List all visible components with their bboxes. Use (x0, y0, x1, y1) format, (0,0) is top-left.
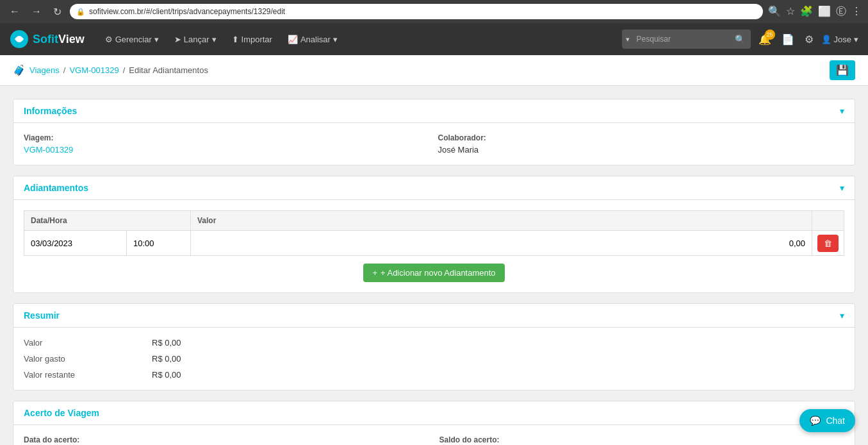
main-content: Informações ▾ Viagem: VGM-001329 Colabor… (0, 86, 868, 445)
resumir-body: Valor R$ 0,00 Valor gasto R$ 0,00 Valor … (13, 328, 855, 390)
nav-lancar[interactable]: ➤ Lançar ▾ (167, 23, 224, 55)
chevron-gerenciar-icon: ▾ (154, 35, 159, 44)
app-header: SofitView ⚙ Gerenciar ▾ ➤ Lançar ▾ ⬆ Imp… (0, 23, 868, 55)
colaborador-info: Colaborador: José Maria (438, 133, 845, 155)
colaborador-value: José Maria (438, 145, 479, 155)
resumir-valor-value: R$ 0,00 (152, 338, 181, 348)
viagem-label: Viagem: (24, 133, 430, 142)
resumir-valor-gasto-label: Valor gasto (24, 354, 152, 364)
adiantamentos-chevron-icon: ▾ (840, 183, 844, 193)
reload-button[interactable]: ↻ (50, 4, 65, 19)
notification-button[interactable]: 🔔 25 (756, 31, 774, 48)
breadcrumb-bar: 🧳 Viagens / VGM-001329 / Editar Adiantam… (0, 55, 868, 86)
resumir-valor-restante-label: Valor restante (24, 370, 152, 380)
resumir-valor-restante-value: R$ 0,00 (152, 370, 181, 380)
nav-analisar-label: Analisar (300, 35, 331, 44)
save-button[interactable]: 💾 (830, 60, 855, 80)
search-input[interactable] (634, 35, 730, 44)
logo-text: SofitView (33, 33, 85, 46)
adiantamentos-body: Data/Hora Valor (13, 200, 855, 292)
nav-gerenciar[interactable]: ⚙ Gerenciar ▾ (97, 23, 167, 55)
account-icon[interactable]: Ⓔ (836, 5, 846, 19)
nav-importar[interactable]: ⬆ Importar (224, 23, 280, 55)
acerto-title: Acerto de Viagem (24, 408, 99, 418)
informacoes-chevron-icon: ▾ (840, 106, 844, 116)
resumir-valor-gasto-row: Valor gasto R$ 0,00 (24, 354, 844, 364)
import-icon: ⬆ (232, 35, 239, 44)
resumir-valor-label: Valor (24, 338, 152, 348)
resumir-title: Resumir (24, 310, 60, 321)
resumir-grid: Valor R$ 0,00 Valor gasto R$ 0,00 Valor … (24, 338, 844, 380)
valor-input[interactable] (193, 233, 809, 253)
delete-row-button[interactable]: 🗑 (817, 235, 839, 252)
col-data-hora: Data/Hora (24, 211, 191, 231)
back-button[interactable]: ← (6, 4, 23, 19)
informacoes-title: Informações (24, 106, 77, 116)
informacoes-header[interactable]: Informações ▾ (13, 99, 855, 123)
forward-button[interactable]: → (28, 4, 45, 19)
date-input[interactable] (27, 233, 124, 253)
acerto-header[interactable]: Acerto de Viagem ▾ (13, 401, 855, 425)
nav-importar-label: Importar (242, 35, 272, 44)
breadcrumb-trips-link[interactable]: Viagens (29, 65, 60, 75)
search-category-dropdown[interactable]: ▾ (622, 35, 634, 44)
trips-icon: 🧳 (13, 64, 26, 76)
data-acerto-label: Data do acerto: (24, 435, 429, 444)
search-wrapper: ▾ 🔍 (622, 29, 751, 49)
chat-icon: 💬 (810, 416, 821, 426)
table-row: 🗑 (24, 231, 844, 256)
user-menu-button[interactable]: 👤 Jose ▾ (821, 35, 858, 44)
nav-menu: ⚙ Gerenciar ▾ ➤ Lançar ▾ ⬆ Importar 📈 An… (97, 23, 622, 55)
adiantamentos-title: Adiantamentos (24, 183, 88, 193)
browser-bar: ← → ↻ 🔒 sofitview.com.br/#/client/trips/… (0, 0, 868, 23)
nav-gerenciar-label: Gerenciar (115, 35, 152, 44)
settings-button[interactable]: ⚙ (802, 31, 816, 48)
resumir-valor-restante-row: Valor restante R$ 0,00 (24, 370, 844, 380)
plus-icon: + (372, 268, 377, 278)
search-button[interactable]: 🔍 (730, 35, 751, 44)
add-adiantamento-button[interactable]: + + Adicionar novo Adiantamento (363, 264, 504, 282)
extension-icon[interactable]: 🧩 (800, 5, 813, 19)
adiantamentos-header[interactable]: Adiantamentos ▾ (13, 176, 855, 200)
time-input[interactable] (129, 233, 188, 253)
add-adiantamento-label: + Adicionar novo Adiantamento (381, 268, 496, 278)
logo: SofitView (10, 29, 85, 49)
logo-view: View (58, 33, 85, 46)
saldo-acerto-label: Saldo do acerto: (439, 435, 845, 444)
url-text: sofitview.com.br/#/client/trips/advancep… (89, 7, 285, 16)
search-browser-icon[interactable]: 🔍 (768, 5, 781, 19)
menu-icon[interactable]: ⋮ (851, 5, 862, 19)
data-acerto-group: Data do acerto: (24, 435, 429, 445)
url-bar[interactable]: 🔒 sofitview.com.br/#/client/trips/advanc… (70, 4, 763, 19)
viagem-value[interactable]: VGM-001329 (24, 145, 73, 155)
chat-button[interactable]: 💬 Chat (799, 409, 855, 432)
window-icon[interactable]: ⬜ (818, 5, 831, 19)
resumir-valor-gasto-value: R$ 0,00 (152, 354, 181, 364)
breadcrumb-current-page: Editar Adiantamentos (129, 65, 208, 75)
chevron-lancar-icon: ▾ (212, 35, 217, 44)
notification-badge: 25 (765, 29, 775, 40)
chevron-analisar-icon: ▾ (333, 35, 338, 44)
launch-icon: ➤ (174, 35, 181, 44)
nav-analisar[interactable]: 📈 Analisar ▾ (280, 23, 345, 55)
breadcrumb-sep-1: / (63, 65, 66, 75)
resumir-header[interactable]: Resumir ▾ (13, 304, 855, 328)
viagem-info: Viagem: VGM-001329 (24, 133, 430, 155)
header-right: ▾ 🔍 🔔 25 📄 ⚙ 👤 Jose ▾ (622, 29, 858, 49)
info-grid: Viagem: VGM-001329 Colaborador: José Mar… (24, 133, 844, 155)
breadcrumb-trip-id-link[interactable]: VGM-001329 (69, 65, 119, 75)
file-button[interactable]: 📄 (779, 31, 797, 48)
acerto-body: Data do acerto: Saldo do acerto: Observa… (13, 425, 855, 445)
resumir-valor-row: Valor R$ 0,00 (24, 338, 844, 348)
acerto-grid: Data do acerto: Saldo do acerto: (24, 435, 844, 445)
logo-sofit: Sofit (33, 33, 58, 46)
informacoes-section: Informações ▾ Viagem: VGM-001329 Colabor… (13, 99, 855, 165)
chat-label: Chat (826, 416, 845, 426)
adiantamentos-table: Data/Hora Valor (24, 210, 844, 256)
breadcrumb: 🧳 Viagens / VGM-001329 / Editar Adiantam… (13, 64, 208, 76)
browser-actions: 🔍 ☆ 🧩 ⬜ Ⓔ ⋮ (768, 5, 862, 19)
resumir-section: Resumir ▾ Valor R$ 0,00 Valor gasto R$ 0… (13, 303, 855, 390)
bookmark-icon[interactable]: ☆ (786, 5, 795, 19)
informacoes-body: Viagem: VGM-001329 Colaborador: José Mar… (13, 123, 855, 165)
adiantamentos-section: Adiantamentos ▾ Data/Hora Valor (13, 176, 855, 293)
